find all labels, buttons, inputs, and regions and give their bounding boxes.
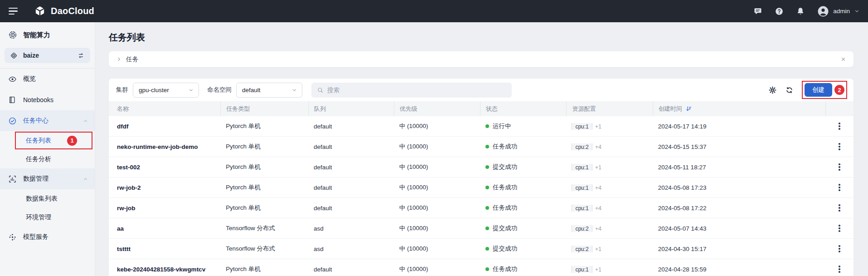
status-cell: 任务成功	[480, 143, 566, 151]
priority-cell: 中 (10000)	[394, 224, 480, 232]
task-name-link[interactable]: neko-runtime-env-job-demo	[109, 143, 220, 150]
menu-icon[interactable]	[9, 8, 18, 15]
queue-cell: asd	[308, 246, 394, 252]
row-actions-button[interactable]	[835, 121, 844, 132]
task-type-cell: Tensorflow 分布式	[220, 245, 308, 253]
search-box	[311, 83, 512, 98]
row-actions-button[interactable]	[835, 182, 844, 193]
sidebar-section-title: 智能算力	[0, 29, 95, 41]
task-name-link[interactable]: aa	[109, 225, 220, 232]
sort-icon[interactable]	[685, 105, 692, 112]
close-icon[interactable]	[840, 56, 846, 62]
row-actions-button[interactable]	[835, 243, 844, 254]
row-actions-button[interactable]	[835, 162, 844, 172]
task-name-link[interactable]: rw-job-2	[109, 184, 220, 191]
resource-cell: cpu:1+4	[566, 184, 652, 191]
created-time-cell: 2024-05-08 17:22	[653, 205, 825, 212]
status-label: 运行中	[493, 122, 511, 130]
task-list-card: 集群 gpu-cluster 命名空间 default	[109, 79, 853, 276]
sidebar-item-notebooks[interactable]: Notebooks	[0, 89, 95, 110]
row-actions-button[interactable]	[835, 141, 844, 152]
workspace-selector[interactable]: baize	[5, 48, 90, 63]
task-name-link[interactable]: kebe-202404281558-vkwgmtcv	[109, 266, 220, 273]
chevron-down-icon	[291, 87, 297, 93]
status-dot	[485, 247, 489, 251]
switch-workspace-icon[interactable]	[77, 52, 85, 59]
created-time-cell: 2024-04-28 15:59	[653, 266, 825, 273]
namespace-label: 命名空间	[207, 86, 232, 94]
chat-icon[interactable]	[753, 7, 762, 16]
breadcrumb-item-tasks[interactable]: 任务	[126, 55, 138, 64]
sidebar-item-model-service[interactable]: 模型服务	[0, 227, 95, 247]
task-name-link[interactable]: rw-job	[109, 205, 220, 212]
column-header-创建时间[interactable]: 创建时间	[653, 101, 825, 116]
workspace-name: baize	[23, 52, 39, 59]
sidebar-item-overview[interactable]: 概览	[0, 69, 95, 89]
resource-cell: cpu:1+1	[566, 164, 652, 171]
sidebar-item-label: 环境管理	[26, 213, 51, 222]
task-name-link[interactable]: dfdf	[109, 123, 220, 130]
column-label: 创建时间	[659, 105, 682, 113]
sidebar-item-data-management[interactable]: 数据管理	[0, 168, 95, 189]
queue-cell: default	[308, 164, 394, 171]
row-actions-button[interactable]	[835, 202, 844, 213]
book-icon	[8, 96, 17, 104]
cluster-select[interactable]: gpu-cluster	[133, 83, 199, 98]
settings-gear-icon[interactable]	[768, 86, 777, 94]
task-name-link[interactable]: test-002	[109, 164, 220, 171]
resource-extra: +1	[595, 123, 601, 130]
priority-cell: 中 (10000)	[394, 143, 480, 151]
queue-cell: asd	[308, 225, 394, 232]
table-body: dfdfPytorch 单机default中 (10000)运行中cpu:1+1…	[109, 116, 853, 276]
sidebar-item-task-analysis[interactable]: 任务分析	[0, 150, 95, 168]
table-row: tsttttTensorflow 分布式asd中 (10000)提交成功cpu:…	[109, 239, 853, 259]
search-input[interactable]	[327, 87, 506, 94]
table-row: dfdfPytorch 单机default中 (10000)运行中cpu:1+1…	[109, 116, 853, 137]
sidebar-item-dataset-list[interactable]: 数据集列表	[0, 189, 95, 208]
resource-extra: +1	[595, 246, 601, 252]
task-type-cell: Pytorch 单机	[220, 122, 308, 130]
user-menu[interactable]: admin	[817, 5, 860, 17]
status-label: 提交成功	[493, 163, 517, 171]
sidebar-title-label: 智能算力	[23, 31, 50, 39]
column-label: 优先级	[400, 105, 417, 113]
column-label: 资源配置	[572, 105, 596, 113]
status-dot	[485, 267, 489, 271]
row-actions-button[interactable]	[835, 264, 844, 275]
daocloud-brand[interactable]: DaoCloud	[34, 5, 94, 17]
sidebar-item-env-management[interactable]: 环境管理	[0, 208, 95, 227]
refresh-icon[interactable]	[785, 86, 794, 94]
status-dot	[485, 186, 489, 189]
task-type-cell: Pytorch 单机	[220, 163, 308, 171]
create-button[interactable]: 创建	[805, 83, 832, 97]
top-bar: DaoCloud admin	[0, 0, 868, 22]
status-dot	[485, 206, 489, 210]
task-type-cell: Pytorch 单机	[220, 204, 308, 212]
sidebar-item-task-center[interactable]: 任务中心	[0, 110, 95, 131]
column-header-actions	[825, 101, 853, 116]
queue-cell: default	[308, 123, 394, 130]
search-icon	[317, 87, 324, 94]
bell-icon[interactable]	[796, 7, 805, 16]
row-actions-button[interactable]	[835, 223, 844, 234]
resource-extra: +4	[595, 226, 601, 232]
namespace-select[interactable]: default	[236, 83, 302, 98]
queue-cell: default	[308, 184, 394, 191]
task-name-link[interactable]: tstttt	[109, 246, 220, 252]
sidebar-item-task-list[interactable]: 任务列表1	[0, 131, 95, 150]
status-label: 任务成功	[493, 204, 517, 212]
task-type-cell: Pytorch 单机	[220, 265, 308, 273]
help-icon[interactable]	[775, 7, 784, 16]
status-label: 任务成功	[493, 183, 517, 192]
status-cell: 提交成功	[480, 245, 566, 253]
resource-cell: cpu:2+1	[566, 246, 652, 252]
sidebar-item-label: 数据管理	[23, 175, 48, 183]
created-time-cell: 2024-05-08 17:23	[653, 184, 825, 191]
status-cell: 任务成功	[480, 204, 566, 212]
resource-cell: cpu:1+4	[566, 205, 652, 212]
eye-icon	[8, 75, 17, 84]
sidebar-item-label: 模型服务	[23, 233, 48, 241]
filter-bar: 集群 gpu-cluster 命名空间 default	[109, 79, 853, 101]
priority-cell: 中 (10000)	[394, 204, 480, 212]
table-row: neko-runtime-env-job-demoPytorch 单机defau…	[109, 137, 853, 157]
